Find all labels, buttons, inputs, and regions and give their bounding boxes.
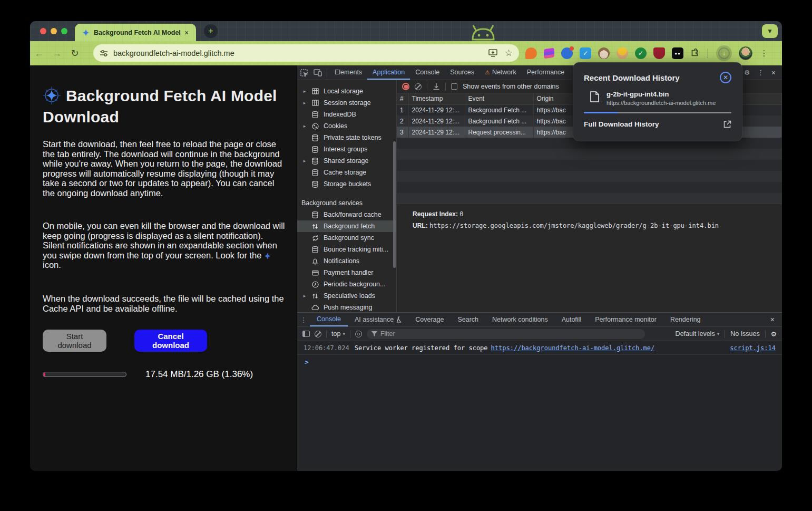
sidebar-item-bounce-tracking[interactable]: Bounce tracking miti... xyxy=(297,244,396,255)
drawer-tab-search[interactable]: Search xyxy=(451,313,485,326)
ext-icon-dark-reader[interactable]: ●● xyxy=(672,47,683,59)
sidebar-item-cache-storage[interactable]: Cache storage xyxy=(297,167,396,178)
drawer-tab-performance-monitor[interactable]: Performance monitor xyxy=(588,313,663,326)
devtools-close-icon[interactable]: × xyxy=(771,69,776,77)
close-window-button[interactable] xyxy=(40,28,46,34)
sidebar-item-indexeddb[interactable]: IndexedDB xyxy=(297,109,396,120)
profile-avatar[interactable] xyxy=(739,46,752,60)
forward-icon[interactable]: → xyxy=(48,48,66,59)
drawer-tab-console[interactable]: Console xyxy=(310,313,348,326)
sidebar-item-session-storage[interactable]: ▸Session storage xyxy=(297,97,396,109)
sidebar-scrollbar[interactable] xyxy=(393,141,396,268)
sidebar-item-periodic-background-sync[interactable]: Periodic backgroun... xyxy=(297,278,396,290)
tab-network[interactable]: ⚠Network xyxy=(480,65,522,80)
install-app-icon[interactable] xyxy=(488,49,497,57)
drawer-tab-ai-assistance[interactable]: AI assistance xyxy=(348,313,408,326)
tab-elements[interactable]: Elements xyxy=(329,65,367,80)
window-chevron-down-icon[interactable]: ▼ xyxy=(762,24,778,38)
ext-icon-red-shield[interactable] xyxy=(653,47,665,59)
save-events-icon[interactable] xyxy=(433,83,440,90)
download-item[interactable]: g-2b-it-gpu-int4.bin https://backgroundf… xyxy=(584,90,731,106)
tab-performance[interactable]: Performance xyxy=(522,65,570,80)
chevron-right-icon[interactable]: ▸ xyxy=(301,158,308,163)
col-number[interactable]: # xyxy=(397,93,408,104)
sidebar-item-back-forward-cache[interactable]: Back/forward cache xyxy=(297,209,396,220)
col-timestamp[interactable]: Timestamp xyxy=(408,93,465,104)
clear-console-icon[interactable] xyxy=(315,331,321,338)
sidebar-item-payment-handler[interactable]: Payment handler xyxy=(297,267,396,278)
tab-sources[interactable]: Sources xyxy=(445,65,480,80)
cancel-download-button[interactable]: Cancel download xyxy=(134,330,207,352)
ext-icon-green-check[interactable]: ✓ xyxy=(635,47,647,59)
chevron-right-icon[interactable]: ▸ xyxy=(301,89,308,94)
default-levels-dropdown[interactable]: Default levels▾ xyxy=(676,330,720,338)
start-download-button[interactable]: Start download xyxy=(43,330,106,352)
browser-menu-icon[interactable]: ⋮ xyxy=(759,49,769,58)
minimize-window-button[interactable] xyxy=(51,28,57,34)
sidebar-item-private-state-tokens[interactable]: Private state tokens xyxy=(297,132,396,143)
full-download-history-link[interactable]: Full Download History xyxy=(584,120,659,128)
downloads-toolbar-button[interactable]: ↓ xyxy=(716,45,732,61)
extensions-puzzle-icon[interactable] xyxy=(690,49,700,58)
ext-icon-password-keys[interactable] xyxy=(561,47,573,59)
devtools-settings-gear-icon[interactable]: ⚙ xyxy=(744,69,750,76)
sidebar-item-notifications[interactable]: Notifications xyxy=(297,255,396,267)
context-selector[interactable]: top▾ xyxy=(331,330,345,338)
tab-console[interactable]: Console xyxy=(410,65,445,80)
drawer-tab-coverage[interactable]: Coverage xyxy=(408,313,451,326)
back-icon[interactable]: ← xyxy=(30,48,48,59)
chevron-right-icon[interactable]: ▸ xyxy=(301,123,308,129)
web-page-content: Background Fetch AI Model Download Start… xyxy=(30,65,297,471)
inspect-element-icon[interactable] xyxy=(297,69,311,77)
drawer-tab-rendering[interactable]: Rendering xyxy=(663,313,708,326)
drawer-tab-network-conditions[interactable]: Network conditions xyxy=(485,313,555,326)
new-tab-button[interactable]: + xyxy=(204,24,218,38)
drawer-tab-autofill[interactable]: Autofill xyxy=(555,313,589,326)
drawer-menu-dots-icon[interactable]: ⋮ xyxy=(297,316,310,324)
ext-icon-orange-fox[interactable] xyxy=(525,47,537,59)
ext-icon-purple-layers[interactable] xyxy=(544,48,554,59)
drawer-close-icon[interactable]: × xyxy=(770,315,782,324)
console-settings-gear-icon[interactable]: ⚙ xyxy=(771,330,777,338)
record-events-icon[interactable] xyxy=(402,83,409,90)
chevron-right-icon[interactable]: ▸ xyxy=(301,293,308,298)
browser-tab[interactable]: Background Fetch AI Model D × xyxy=(75,24,196,41)
sidebar-item-local-storage[interactable]: ▸Local storage xyxy=(297,85,396,97)
live-expression-eye-icon[interactable] xyxy=(355,331,362,338)
sidebar-item-shared-storage[interactable]: ▸Shared storage xyxy=(297,155,396,167)
zoom-window-button[interactable] xyxy=(61,28,67,34)
ext-icon-construction-worker[interactable] xyxy=(617,47,628,59)
bookmark-star-icon[interactable]: ☆ xyxy=(505,47,513,59)
log-source-link[interactable]: script.js:14 xyxy=(730,344,776,352)
sidebar-item-cookies[interactable]: ▸Cookies xyxy=(297,120,396,132)
sidebar-item-background-fetch[interactable]: Background fetch xyxy=(297,220,396,232)
console-sidebar-toggle-icon[interactable] xyxy=(302,331,310,337)
sidebar-item-push-messaging[interactable]: Push messaging xyxy=(297,302,396,312)
tab-application[interactable]: Application xyxy=(367,65,410,80)
chevron-right-icon[interactable]: ▸ xyxy=(301,100,308,105)
no-issues-label[interactable]: No Issues xyxy=(730,330,760,338)
sidebar-item-speculative-loads[interactable]: ▸Speculative loads xyxy=(297,290,396,302)
tab-close-icon[interactable]: × xyxy=(182,28,191,37)
console-log-row[interactable]: 12:06:47.024 Service worker registered f… xyxy=(297,341,782,355)
ext-icon-monkey-face[interactable] xyxy=(598,47,610,59)
log-scope-link[interactable]: https://backgroundfetch-ai-model.glitch.… xyxy=(491,344,655,352)
external-link-icon[interactable] xyxy=(723,120,731,128)
sidebar-item-interest-groups[interactable]: Interest groups xyxy=(297,143,396,155)
ext-icon-blue-check[interactable]: ✓ xyxy=(580,47,591,59)
device-toolbar-icon[interactable] xyxy=(311,69,325,76)
clear-events-icon[interactable] xyxy=(415,83,422,90)
download-file-name: g-2b-it-gpu-int4.bin xyxy=(606,90,716,98)
sidebar-item-storage-buckets[interactable]: Storage buckets xyxy=(297,178,396,190)
devtools-menu-dots-icon[interactable]: ⋮ xyxy=(757,69,764,76)
reload-icon[interactable]: ↻ xyxy=(66,47,84,59)
col-event[interactable]: Event xyxy=(465,93,533,104)
address-bar[interactable]: backgroundfetch-ai-model.glitch.me ☆ xyxy=(93,44,519,62)
popup-close-icon[interactable]: ✕ xyxy=(720,72,731,83)
sidebar-item-background-sync[interactable]: Background sync xyxy=(297,232,396,244)
console-prompt-chevron[interactable]: > xyxy=(297,355,782,366)
console-filter-input[interactable]: Filter xyxy=(367,329,645,339)
site-settings-icon[interactable] xyxy=(100,50,108,57)
url-text[interactable]: backgroundfetch-ai-model.glitch.me xyxy=(113,49,488,57)
show-events-checkbox[interactable] xyxy=(451,83,457,90)
